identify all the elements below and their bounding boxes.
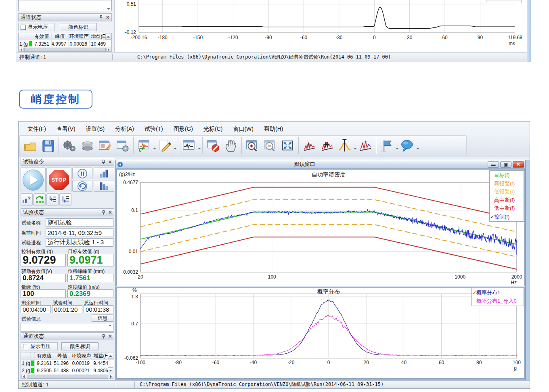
- elapsed-time-value: 00:01:20: [52, 305, 82, 313]
- window-gear-button[interactable]: [114, 136, 132, 155]
- window-block-button[interactable]: [204, 136, 222, 155]
- color-id-button[interactable]: 颜色标识: [60, 23, 97, 31]
- open-folder-button[interactable]: [21, 136, 39, 155]
- menu-settings[interactable]: 设置(S): [81, 124, 110, 134]
- menu-graph[interactable]: 图形(G): [168, 124, 198, 134]
- scroll-up-button[interactable]: [105, 34, 111, 40]
- pin-icon[interactable]: [99, 15, 103, 20]
- window-config-button[interactable]: [96, 136, 114, 155]
- legend-item[interactable]: 高报警(f): [491, 180, 522, 188]
- table-row[interactable]: 2 (g)9.250551.4880.000219.4806: [21, 367, 114, 374]
- legend-item[interactable]: 低中断(f): [491, 204, 522, 213]
- close-icon[interactable]: ×: [109, 159, 112, 164]
- close-button[interactable]: ✕: [513, 161, 524, 168]
- legend-item[interactable]: 高中断(f): [491, 196, 522, 205]
- test-info-box[interactable]: [18, 0, 112, 11]
- export-signal-button[interactable]: [135, 136, 153, 155]
- close-icon[interactable]: ×: [106, 15, 109, 20]
- pin-icon[interactable]: [101, 159, 106, 164]
- chart-window-titlebar[interactable]: 默认窗口 ▬ ▣ ✕: [116, 160, 525, 169]
- scroll-left-button[interactable]: [19, 48, 24, 52]
- column-header[interactable]: 有效值: [32, 33, 52, 40]
- column-header[interactable]: [31, 352, 35, 359]
- zoom-out-button[interactable]: [261, 136, 279, 155]
- show-voltage-checkbox[interactable]: 显示电压: [18, 23, 54, 31]
- scrollbar-thumb[interactable]: [24, 48, 106, 52]
- start-button[interactable]: [21, 168, 46, 192]
- dropdown-arrow-icon[interactable]: [174, 148, 176, 151]
- menu-cursor[interactable]: 光标(C): [198, 124, 228, 134]
- close-icon[interactable]: ×: [109, 334, 112, 339]
- pin-icon[interactable]: [101, 334, 106, 339]
- legend-item[interactable]: ✓概率分布1: [474, 289, 522, 297]
- column-header[interactable]: 环境噪声: [71, 352, 92, 359]
- continue-button[interactable]: [72, 180, 92, 192]
- chart-cursor-button[interactable]: [300, 136, 318, 155]
- pin-icon[interactable]: [101, 210, 106, 215]
- menu-window[interactable]: 窗口(W): [228, 124, 259, 134]
- column-header[interactable]: 峰值: [54, 352, 71, 359]
- level-down-button[interactable]: [94, 180, 114, 192]
- restart-schedule-button[interactable]: [34, 193, 46, 205]
- legend-item[interactable]: 低报警(f): [491, 188, 522, 196]
- legend-item[interactable]: 目标(f): [491, 171, 522, 180]
- pause-button[interactable]: [72, 168, 92, 179]
- info-button[interactable]: 信息: [92, 314, 113, 322]
- edit-pencil-button[interactable]: [156, 136, 174, 155]
- settings-gears-button[interactable]: [61, 136, 78, 155]
- checkbox-square[interactable]: [21, 25, 26, 30]
- column-header[interactable]: [21, 352, 31, 359]
- check-level-button[interactable]: ?: [21, 193, 33, 205]
- checkbox-square[interactable]: [23, 344, 28, 349]
- scroll-right-button[interactable]: [106, 48, 111, 52]
- save-button[interactable]: [39, 136, 57, 155]
- minimize-button[interactable]: ▬: [488, 161, 499, 168]
- table-row[interactable]: 1 (g)9.216151.2960.000199.4454: [21, 360, 114, 367]
- peak-cursor-button[interactable]: [336, 136, 354, 155]
- psd-legend[interactable]: 目标(f)高报警(f)低报警(f)高中断(f)低中断(f)✓控制(f): [489, 170, 524, 222]
- dropdown-arrow-icon[interactable]: [198, 148, 201, 151]
- zoom-fit-button[interactable]: [279, 136, 297, 155]
- pan-hand-button[interactable]: [222, 136, 240, 155]
- comment-balloon-button[interactable]: [398, 136, 416, 155]
- color-id-button[interactable]: 颜色标识: [61, 342, 98, 350]
- legend-item[interactable]: ✓控制(f): [491, 213, 522, 221]
- show-voltage-checkbox[interactable]: 显示电压: [21, 342, 58, 350]
- chart-harmonic-button[interactable]: [356, 136, 374, 155]
- window-waveform-button[interactable]: [180, 136, 198, 155]
- menu-analysis[interactable]: 分析(A): [110, 124, 139, 134]
- menu-test[interactable]: 试验(T): [139, 124, 168, 134]
- column-header[interactable]: [19, 33, 28, 40]
- close-icon[interactable]: ×: [109, 210, 112, 215]
- column-header[interactable]: 峰值: [52, 33, 69, 40]
- shaker-button[interactable]: [78, 136, 96, 155]
- test-info-textarea[interactable]: [21, 323, 113, 332]
- menu-view[interactable]: 查看(V): [51, 124, 81, 134]
- menu-help[interactable]: 帮助(H): [259, 124, 288, 134]
- schedule-prev-button[interactable]: [46, 193, 59, 205]
- scroll-down-button[interactable]: [108, 367, 113, 373]
- probability-legend[interactable]: ✓概率分布1概率分布1_导入0: [471, 288, 524, 306]
- column-header[interactable]: 有效值: [35, 352, 54, 359]
- scroll-down-icon[interactable]: [107, 8, 110, 10]
- scroll-right-button[interactable]: [109, 375, 113, 379]
- schedule-next-button[interactable]: [59, 193, 71, 205]
- scroll-up-button[interactable]: [108, 353, 113, 359]
- column-header[interactable]: 环境噪声: [69, 33, 90, 40]
- horizontal-scrollbar[interactable]: [19, 47, 111, 52]
- menu-file[interactable]: 文件(F): [22, 124, 51, 134]
- zoom-in-button[interactable]: [243, 136, 261, 155]
- scroll-up-icon[interactable]: [109, 325, 112, 326]
- stop-button[interactable]: STOP: [46, 168, 71, 192]
- legend-item[interactable]: 概率分布1_导入0: [474, 297, 522, 306]
- test-name-value[interactable]: 随机试验: [46, 218, 113, 227]
- scrollbar-thumb[interactable]: [27, 375, 108, 379]
- chart-cursor-alt-button[interactable]: [318, 136, 336, 155]
- horizontal-scrollbar[interactable]: [21, 374, 114, 379]
- dropdown-arrow-icon[interactable]: [417, 148, 419, 151]
- scroll-left-button[interactable]: [21, 375, 26, 379]
- level-up-button[interactable]: [94, 168, 114, 179]
- column-header[interactable]: [28, 33, 32, 40]
- flag-button[interactable]: [378, 136, 396, 155]
- restore-button[interactable]: ▣: [500, 161, 511, 168]
